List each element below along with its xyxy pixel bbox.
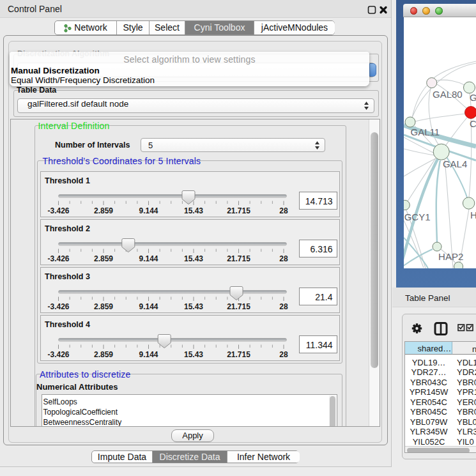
svg-text:28: 28 (279, 206, 288, 215)
svg-text:2.859: 2.859 (93, 350, 112, 359)
svg-text:15.43: 15.43 (183, 350, 203, 359)
svg-text:21.715: 21.715 (227, 206, 250, 215)
svg-text:28: 28 (279, 350, 288, 359)
svg-text:15.43: 15.43 (183, 254, 203, 263)
svg-text:28: 28 (279, 302, 288, 311)
svg-text:28: 28 (279, 254, 288, 263)
svg-text:GAL7: GAL7 (470, 92, 476, 103)
svg-text:GAL4: GAL4 (443, 158, 467, 169)
svg-text:CAD1: CAD1 (470, 118, 476, 129)
svg-text:GAL11: GAL11 (411, 127, 440, 137)
svg-text:-3.426: -3.426 (47, 350, 69, 359)
svg-text:9.144: 9.144 (139, 302, 158, 311)
svg-text:2.859: 2.859 (93, 206, 112, 215)
svg-text:21.715: 21.715 (227, 350, 250, 359)
svg-text:HAP2: HAP2 (438, 251, 463, 262)
svg-text:HIS4: HIS4 (470, 210, 476, 220)
svg-text:Threshold 3: Threshold 3 (45, 272, 90, 281)
svg-text:9.144: 9.144 (139, 206, 158, 215)
svg-text:Threshold 1: Threshold 1 (45, 176, 90, 185)
svg-text:Threshold 2: Threshold 2 (45, 224, 90, 233)
svg-text:21.715: 21.715 (227, 254, 250, 263)
svg-text:15.43: 15.43 (183, 302, 203, 311)
svg-text:GAL80: GAL80 (433, 89, 463, 100)
svg-text:21.715: 21.715 (227, 302, 250, 311)
svg-text:9.144: 9.144 (139, 254, 158, 263)
svg-text:-3.426: -3.426 (47, 302, 69, 311)
svg-text:-3.426: -3.426 (47, 254, 69, 263)
svg-text:9.144: 9.144 (139, 350, 158, 359)
svg-text:2.859: 2.859 (93, 254, 112, 263)
svg-text:-3.426: -3.426 (47, 206, 69, 215)
svg-text:2.859: 2.859 (93, 302, 112, 311)
svg-text:15.43: 15.43 (183, 206, 203, 215)
svg-text:Threshold 4: Threshold 4 (45, 320, 90, 329)
svg-text:GCY1: GCY1 (404, 211, 431, 222)
